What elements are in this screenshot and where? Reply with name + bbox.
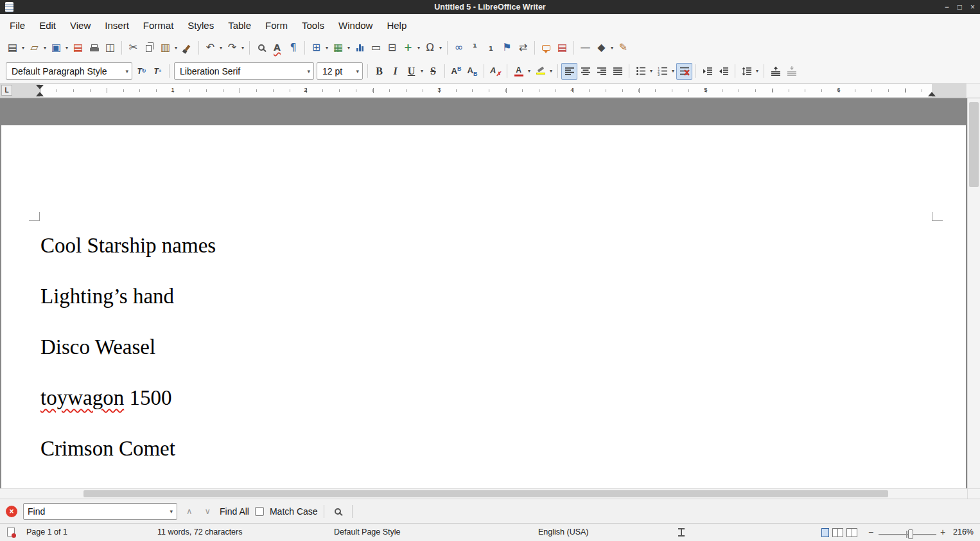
unordered-list-dropdown[interactable]: ▾ [648,68,654,74]
insert-comment-button[interactable] [538,39,554,56]
zoom-level[interactable]: 216% [953,528,974,537]
save-dropdown[interactable]: ▾ [64,45,70,51]
align-center-button[interactable] [577,63,593,80]
zoom-slider-thumb[interactable] [908,529,913,539]
menu-table[interactable]: Table [221,17,258,33]
first-line-indent-marker[interactable] [36,85,44,89]
find-input[interactable] [24,506,166,517]
close-button[interactable]: × [970,3,975,11]
insert-hyperlink-button[interactable]: ∞ [451,39,467,56]
decrease-paragraph-spacing-button[interactable] [783,63,800,80]
paste-button[interactable]: ▥ [157,39,173,56]
book-view-button[interactable] [846,528,857,537]
superscript-button[interactable]: AB [448,63,464,80]
left-indent-marker[interactable] [36,92,44,96]
menu-insert[interactable]: Insert [98,17,136,33]
increase-indent-button[interactable] [699,63,715,80]
undo-button[interactable]: ↶ [202,39,218,56]
paragraph[interactable]: Cool Starship names [40,231,895,261]
insert-table-button[interactable]: ⊞ [308,39,324,56]
update-style-button[interactable]: T↻ [134,63,150,80]
menu-view[interactable]: View [63,17,98,33]
page[interactable]: Cool Starship names Lighting’s hand Disc… [1,125,966,488]
italic-button[interactable]: I [387,63,403,80]
insert-line-button[interactable]: — [577,39,593,56]
spelling-button[interactable]: A [269,39,285,56]
clone-formatting-button[interactable] [179,39,195,56]
tab-stop-type-selector[interactable]: L [1,85,12,96]
menu-form[interactable]: Form [258,17,295,33]
right-indent-marker[interactable] [928,92,936,96]
track-changes-button[interactable]: ▤ [554,39,570,56]
undo-dropdown[interactable]: ▾ [218,45,224,51]
new-document-dropdown[interactable]: ▾ [20,45,26,51]
font-name-combo[interactable]: Liberation Serif ▾ [174,62,314,80]
align-left-button[interactable] [561,63,577,80]
line-spacing-dropdown[interactable]: ▾ [754,68,760,74]
copy-button[interactable] [141,39,157,56]
menu-tools[interactable]: Tools [295,17,331,33]
find-next-button[interactable]: ∨ [202,505,214,517]
insert-field-dropdown[interactable]: ▾ [416,45,422,51]
redo-button[interactable]: ↷ [224,39,240,56]
insert-bookmark-button[interactable]: ⚑ [499,39,515,56]
insert-footnote-button[interactable]: ¹ [467,39,483,56]
menu-file[interactable]: File [3,17,32,33]
decrease-indent-button[interactable] [715,63,731,80]
open-dropdown[interactable]: ▾ [42,45,48,51]
line-spacing-button[interactable] [739,63,755,80]
find-and-replace-launcher[interactable] [330,503,346,520]
insert-page-break-button[interactable]: ⊟ [384,39,400,56]
document-area[interactable]: Cool Starship names Lighting’s hand Disc… [0,98,980,488]
menu-help[interactable]: Help [380,17,414,33]
horizontal-scrollbar-thumb[interactable] [83,490,888,497]
zoom-in-button[interactable]: + [940,527,945,537]
show-draw-functions-button[interactable]: ✎ [615,39,631,56]
insert-special-character-button[interactable]: Ω [422,39,438,56]
zoom-out-button[interactable]: − [868,527,873,537]
find-all-button[interactable]: Find All [220,506,249,517]
export-pdf-button[interactable]: ▤ [70,39,86,56]
insert-chart-button[interactable] [352,39,368,56]
page-style-status[interactable]: Default Page Style [334,528,401,537]
word-count-status[interactable]: 11 words, 72 characters [157,528,242,537]
restore-button[interactable]: □ [958,3,962,11]
bold-button[interactable]: B [371,63,387,80]
paragraph[interactable]: Crimson Comet [40,434,895,464]
single-page-view-button[interactable] [821,528,829,537]
paragraph-text[interactable]: 1500 [124,386,171,409]
paragraph[interactable]: toywagon 1500 [40,383,895,413]
clear-formatting-button[interactable]: A✗ [487,63,503,80]
zoom-slider-track[interactable] [879,534,936,535]
unordered-list-button[interactable] [633,63,649,80]
insert-field-button[interactable]: + [400,39,416,56]
ordered-list-button[interactable]: 123 [654,63,670,80]
highlight-color-button[interactable] [532,63,548,80]
close-find-bar-button[interactable]: × [6,506,17,517]
multi-page-view-button[interactable] [832,528,843,537]
insert-mode-icon[interactable] [678,528,685,537]
language-status[interactable]: English (USA) [538,528,589,537]
subscript-button[interactable]: AB [464,63,480,80]
font-color-dropdown[interactable]: ▾ [526,68,532,74]
menu-edit[interactable]: Edit [32,17,63,33]
new-style-button[interactable]: T+ [150,63,166,80]
insert-image-button[interactable]: ▦ [330,39,346,56]
menu-styles[interactable]: Styles [180,17,221,33]
increase-paragraph-spacing-button[interactable] [767,63,783,80]
misspelled-word[interactable]: toywagon [40,386,124,409]
menu-window[interactable]: Window [331,17,380,33]
horizontal-ruler[interactable]: L 1 2 3 4 5 6 [0,84,966,98]
insert-image-dropdown[interactable]: ▾ [346,45,352,51]
no-list-button[interactable] [676,63,692,80]
insert-text-box-button[interactable]: ▭ [368,39,384,56]
save-button[interactable]: ▣ [48,39,64,56]
vertical-scrollbar-thumb[interactable] [969,102,979,187]
redo-dropdown[interactable]: ▾ [240,45,246,51]
align-right-button[interactable] [593,63,609,80]
highlight-color-dropdown[interactable]: ▾ [548,68,554,74]
basic-shapes-button[interactable]: ◆ [593,39,609,56]
paste-dropdown[interactable]: ▾ [173,45,179,51]
cut-button[interactable]: ✂ [125,39,141,56]
justify-button[interactable] [609,63,626,80]
